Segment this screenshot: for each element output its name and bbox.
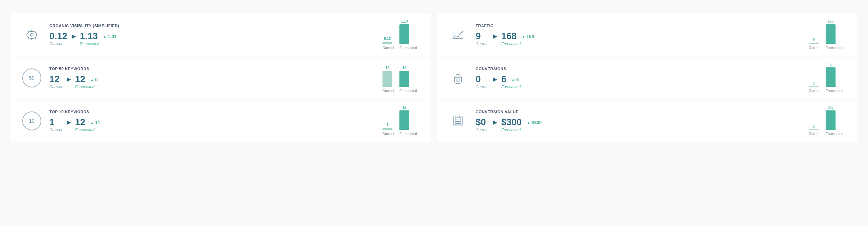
arrow-icon-conversion-value: ▶ xyxy=(493,120,497,125)
metric-row-conversion-value: $ CONVERSION VALUE $0 Current ▶ $300 ▲ xyxy=(437,99,857,142)
change-group-top-50-keywords: ▲ 0 xyxy=(90,77,98,82)
bar-forecasted-top-label-conversion-value: 300 xyxy=(828,105,834,109)
change-group-conversion-value: ▲ $300 xyxy=(527,120,542,125)
metric-content-top-50-keywords: TOP 50 KEYWORDS 12 Current ▶ 12 ▲ 0 xyxy=(46,67,368,89)
forecasted-top-conversion-value: $300 ▲ $300 xyxy=(501,117,542,128)
bar-current-top-label-traffic: 9 xyxy=(813,38,815,42)
current-value-top-50-keywords: 12 xyxy=(49,74,62,85)
change-group-top-10-keywords: ▲ 11 xyxy=(90,120,100,125)
chart-label-forecasted-organic-visibility: Forecasted xyxy=(399,46,409,50)
50-circle-icon: 50 xyxy=(22,68,41,87)
eye-icon xyxy=(25,28,39,42)
forecasted-group-top-10-keywords: 12 ▲ 11 Forecasted xyxy=(75,117,100,132)
chart-labels-top-50-keywords: Current Forecasted xyxy=(382,89,409,93)
chart-label-current-traffic: Current xyxy=(809,46,819,50)
bar-forecasted-wrapper-organic-visibility: 1.13 xyxy=(399,19,409,44)
svg-point-17 xyxy=(456,121,457,122)
forecasted-group-traffic: 168 ▲ 159 Forecasted xyxy=(501,31,534,46)
metric-values-conversion-value: $0 Current ▶ $300 ▲ $300 Forecasted xyxy=(476,117,794,132)
bar-forecasted-top-label-top-50-keywords: 12 xyxy=(402,66,406,70)
metric-title-organic-visibility: ORGANIC VISIBILITY (SIMPLIFIED) xyxy=(49,24,368,28)
change-arrow-top-50-keywords: ▲ xyxy=(90,78,94,82)
forecasted-value-conversions: 6 xyxy=(501,74,506,85)
change-value-organic-visibility: 1.01 xyxy=(108,34,116,39)
change-value-traffic: 159 xyxy=(526,34,534,39)
current-value-traffic: 9 xyxy=(476,31,489,42)
metric-row-organic-visibility: ORGANIC VISIBILITY (SIMPLIFIED) 0.12 Cur… xyxy=(11,13,431,56)
bar-chart-conversions: 0 6 xyxy=(809,63,836,87)
bar-current-top-label-top-10-keywords: 1 xyxy=(386,123,388,127)
change-value-top-50-keywords: 0 xyxy=(95,77,98,82)
metric-content-conversions: CONVERSIONS 0 Current ▶ 6 ▲ 6 xyxy=(472,67,794,89)
current-value-organic-visibility: 0.12 xyxy=(49,31,67,42)
svg-line-9 xyxy=(28,38,29,39)
chart-area-traffic: 9 168 Current Forecasted xyxy=(794,20,850,50)
metric-row-top-10-keywords: 10 TOP 10 KEYWORDS 1 Current ▶ 12 ▲ xyxy=(11,99,431,142)
metric-current-top-10-keywords: 1 Current xyxy=(49,117,62,132)
bar-forecasted-conversion-value xyxy=(826,110,836,130)
change-group-traffic: ▲ 159 xyxy=(522,34,534,39)
arrow-icon-conversions: ▶ xyxy=(493,77,497,82)
chart-area-conversions: 0 6 Current Forecasted xyxy=(794,63,850,93)
bar-forecasted-wrapper-top-50-keywords: 12 xyxy=(399,66,409,87)
current-value-conversions: 0 xyxy=(476,74,489,85)
svg-point-19 xyxy=(460,121,461,122)
metric-row-traffic: TRAFFIC 9 Current ▶ 168 ▲ 159 xyxy=(437,13,857,56)
metric-title-conversions: CONVERSIONS xyxy=(476,67,794,71)
bar-forecasted-wrapper-conversions: 6 xyxy=(826,62,836,87)
bar-current-wrapper-conversions: 0 xyxy=(809,81,819,87)
chart-label-forecasted-conversion-value: Forecasted xyxy=(826,132,836,136)
forecasted-top-top-50-keywords: 12 ▲ 0 xyxy=(75,74,98,85)
current-label-top-10-keywords: Current xyxy=(49,128,62,132)
arrow-icon-traffic: ▶ xyxy=(493,34,497,39)
metric-row-conversions: CONVERSIONS 0 Current ▶ 6 ▲ 6 xyxy=(437,56,857,99)
bar-current-wrapper-traffic: 9 xyxy=(809,38,819,44)
icon-area-organic-visibility xyxy=(18,28,46,42)
bar-current-wrapper-top-50-keywords: 12 xyxy=(382,66,392,87)
chart-labels-top-10-keywords: Current Forecasted xyxy=(382,132,409,136)
metric-content-traffic: TRAFFIC 9 Current ▶ 168 ▲ 159 xyxy=(472,24,794,46)
forecasted-value-top-50-keywords: 12 xyxy=(75,74,85,85)
forecasted-label-conversions: Forecasted xyxy=(501,85,521,89)
current-value-top-10-keywords: 1 xyxy=(49,117,62,128)
icon-area-conversion-value: $ xyxy=(444,114,472,128)
forecasted-label-traffic: Forecasted xyxy=(501,42,534,46)
svg-point-20 xyxy=(456,123,457,124)
current-value-conversion-value: $0 xyxy=(476,117,489,128)
change-arrow-conversion-value: ▲ xyxy=(527,121,531,125)
metric-values-top-50-keywords: 12 Current ▶ 12 ▲ 0 Forecasted xyxy=(49,74,368,89)
bar-current-traffic xyxy=(809,43,819,44)
bar-current-conversion-value xyxy=(809,129,819,130)
bar-current-wrapper-organic-visibility: 0.12 xyxy=(382,37,392,44)
forecasted-top-top-10-keywords: 12 ▲ 11 xyxy=(75,117,100,128)
svg-line-7 xyxy=(35,38,36,39)
bar-chart-organic-visibility: 0.12 1.13 xyxy=(382,20,409,44)
current-label-organic-visibility: Current xyxy=(49,42,67,46)
forecasted-value-conversion-value: $300 xyxy=(501,117,522,128)
metric-title-top-10-keywords: TOP 10 KEYWORDS xyxy=(49,110,368,114)
metric-current-traffic: 9 Current xyxy=(476,31,489,46)
chart-area-top-10-keywords: 1 12 Current Forecasted xyxy=(368,106,424,136)
metric-row-top-50-keywords: 50 TOP 50 KEYWORDS 12 Current ▶ 12 ▲ xyxy=(11,56,431,99)
change-value-conversions: 6 xyxy=(516,77,519,82)
metric-current-conversion-value: $0 Current xyxy=(476,117,489,132)
bar-current-organic-visibility xyxy=(382,42,392,44)
bar-forecasted-wrapper-conversion-value: 300 xyxy=(826,105,836,130)
svg-point-18 xyxy=(458,121,459,122)
left-panel: ORGANIC VISIBILITY (SIMPLIFIED) 0.12 Cur… xyxy=(11,13,431,142)
forecasted-value-traffic: 168 xyxy=(501,31,517,42)
chart-area-conversion-value: 0 300 Current Forecasted xyxy=(794,106,850,136)
svg-rect-16 xyxy=(455,117,461,120)
svg-point-21 xyxy=(458,123,459,124)
forecasted-top-organic-visibility: 1.13 ▲ 1.01 xyxy=(80,31,117,42)
chart-icon xyxy=(451,28,465,42)
metric-content-top-10-keywords: TOP 10 KEYWORDS 1 Current ▶ 12 ▲ 11 xyxy=(46,110,368,132)
arrow-icon-top-10-keywords: ▶ xyxy=(67,120,71,125)
chart-area-organic-visibility: 0.12 1.13 Current Forecasted xyxy=(368,20,424,50)
bar-current-wrapper-top-10-keywords: 1 xyxy=(382,123,392,130)
icon-area-traffic xyxy=(444,28,472,42)
change-arrow-top-10-keywords: ▲ xyxy=(90,121,94,125)
forecasted-group-conversions: 6 ▲ 6 Forecasted xyxy=(501,74,521,89)
bar-forecasted-traffic xyxy=(826,24,836,44)
bar-forecasted-wrapper-top-10-keywords: 12 xyxy=(399,105,409,130)
